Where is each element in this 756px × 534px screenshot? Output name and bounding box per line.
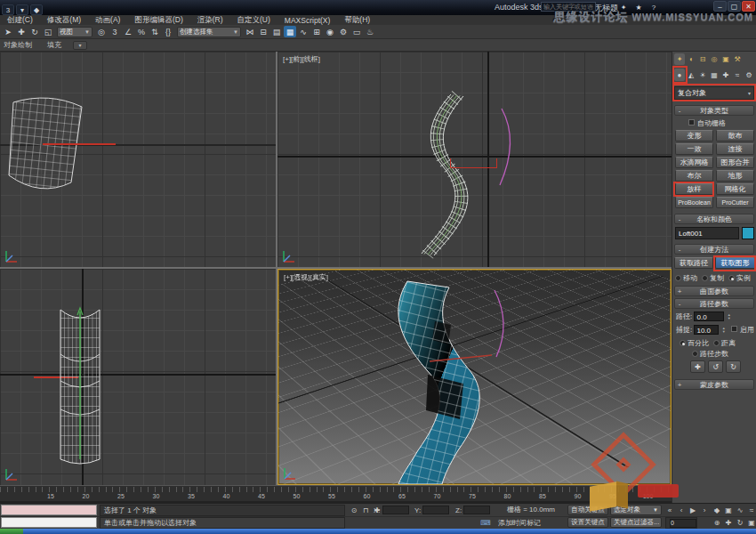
category-geometry-icon[interactable]: ● <box>674 69 685 81</box>
schematic-view-icon[interactable]: ⊞ <box>310 26 323 37</box>
radio-copy[interactable]: 复制 <box>702 274 724 282</box>
radio-percentage[interactable]: 百分比 <box>680 339 709 347</box>
loft-button[interactable]: 放样 <box>675 183 713 195</box>
layer-manager-icon[interactable]: ▤ <box>270 26 283 37</box>
snap-value-field[interactable]: 10.0 <box>694 325 719 335</box>
set-key-button[interactable]: 设置关键点 <box>567 517 608 528</box>
category-helpers-icon[interactable]: ✚ <box>720 69 731 81</box>
proboolean-button[interactable]: ProBoolean <box>675 197 713 208</box>
key-entry-icon[interactable]: ▣ <box>723 505 734 515</box>
path-steps-radio[interactable]: 路径步数 <box>692 349 728 359</box>
track-bar[interactable]: 1520253035404550556065707580859095100 <box>0 485 672 503</box>
rollout-creation-method[interactable]: -创建方法 <box>674 244 754 255</box>
tab-object-paint[interactable]: 对象绘制 <box>0 40 44 50</box>
boolean-button[interactable]: 布尔 <box>675 170 713 182</box>
material-editor-icon[interactable]: ◉ <box>324 26 336 37</box>
menu-item-2[interactable]: 修改器(M) <box>40 15 88 26</box>
zoom-icon[interactable]: ⊕ <box>712 517 722 528</box>
spinner-arrows[interactable]: ▲▼ <box>728 313 731 320</box>
category-lights-icon[interactable]: ☀ <box>697 69 708 81</box>
mini-curve-editor-icon[interactable]: ≈ <box>746 505 756 515</box>
rollout-surface-params[interactable]: +曲面参数 <box>674 286 754 296</box>
select-and-move-icon[interactable]: ✚ <box>15 26 28 37</box>
conform-button[interactable]: 一致 <box>675 143 713 155</box>
maxscript-mini-listener-white[interactable] <box>1 517 97 528</box>
menu-item-1[interactable]: 创建(C) <box>0 15 40 26</box>
select-and-rotate-icon[interactable]: ↻ <box>28 26 41 37</box>
keyboard-override-icon[interactable]: ⌨ <box>480 517 491 528</box>
viewport-label[interactable]: [+][前][线框] <box>283 54 320 64</box>
radio-move[interactable]: 移动 <box>675 274 697 282</box>
radio-instance[interactable]: 实例 <box>728 274 751 282</box>
current-frame-field[interactable] <box>665 517 697 529</box>
rollout-name-color[interactable]: -名称和颜色 <box>674 214 754 224</box>
viewport-left[interactable] <box>0 269 276 485</box>
play-icon[interactable]: ▶ <box>688 505 698 515</box>
rollout-path-params[interactable]: -路径参数 <box>674 298 754 309</box>
menu-item-6[interactable]: 自定义(U) <box>230 15 277 26</box>
tab-motion-icon[interactable]: ◎ <box>709 53 720 65</box>
menu-item-3[interactable]: 动画(A) <box>88 15 127 26</box>
previous-frame-icon[interactable]: ‹ <box>676 505 687 515</box>
connect-button[interactable]: 连接 <box>716 143 754 155</box>
y-coord-field[interactable] <box>422 506 449 514</box>
morph-button[interactable]: 变形 <box>675 130 713 142</box>
maximize-viewport-icon[interactable]: ▣ <box>746 517 756 528</box>
tab-modify-icon[interactable]: ◖ <box>686 53 696 65</box>
menu-item-7[interactable]: MAXScript(X) <box>277 16 337 25</box>
pan-icon[interactable]: ✚ <box>723 517 734 528</box>
percent-snap-icon[interactable]: % <box>135 26 148 37</box>
rollout-object-type[interactable]: -对象类型 <box>674 105 754 116</box>
mirror-icon[interactable]: ⋈ <box>244 26 256 37</box>
curve-editor-icon[interactable]: ∿ <box>297 26 310 37</box>
isolate-selection-icon[interactable]: ⊙ <box>349 505 359 515</box>
category-systems-icon[interactable]: ⚙ <box>744 69 754 81</box>
spinner-snap-icon[interactable]: ⇅ <box>149 26 161 37</box>
key-filter-set-dropdown[interactable]: 选定对象▼ <box>610 505 662 515</box>
app-icon[interactable]: 3 <box>2 4 14 15</box>
rendered-frame-icon[interactable]: ▭ <box>350 26 363 37</box>
path-value-field[interactable]: 0.0 <box>694 312 724 321</box>
shapemerge-button[interactable]: 图形合并 <box>716 157 754 168</box>
snap-toggle-3d-icon[interactable]: 3 <box>109 26 121 37</box>
object-name-field[interactable]: Loft001 <box>675 227 739 239</box>
menu-item-8[interactable]: 帮助(H) <box>337 15 377 26</box>
scatter-button[interactable]: 散布 <box>716 130 754 142</box>
angle-snap-icon[interactable]: ∠ <box>122 26 134 37</box>
tab-display-icon[interactable]: ▣ <box>720 53 731 65</box>
align-icon[interactable]: ⊟ <box>257 26 269 37</box>
quick-access-dropdown-icon[interactable]: ▾ <box>16 4 28 15</box>
reference-coordinate-dropdown[interactable]: 视图▼ <box>57 27 92 37</box>
autogrid-checkbox[interactable]: 自动栅格 <box>688 118 726 128</box>
new-key-icon[interactable]: ◆ <box>712 505 722 515</box>
mesher-button[interactable]: 网格化 <box>716 183 754 195</box>
menu-item-5[interactable]: 渲染(R) <box>190 15 230 26</box>
workspace-icon[interactable]: ◆ <box>30 4 43 15</box>
rollout-skin-params[interactable]: +蒙皮参数 <box>674 379 754 390</box>
tab-create-icon[interactable]: ✦ <box>674 53 685 65</box>
procutter-button[interactable]: ProCutter <box>716 197 754 208</box>
blobmesh-button[interactable]: 水滴网格 <box>675 157 713 168</box>
maxscript-mini-listener-pink[interactable] <box>1 505 97 515</box>
terrain-button[interactable]: 地形 <box>716 170 754 182</box>
next-shape-icon[interactable]: ↻ <box>726 360 741 373</box>
z-coord-field[interactable] <box>463 506 490 514</box>
render-production-icon[interactable]: ♨ <box>364 26 376 37</box>
tab-populate[interactable]: 填充 <box>44 40 73 50</box>
start-button[interactable] <box>0 529 23 534</box>
select-object-icon[interactable]: ➤ <box>2 26 14 37</box>
pick-shape-icon[interactable]: ✚ <box>690 360 705 373</box>
radio-distance[interactable]: 距离 <box>713 339 736 347</box>
selection-lock-icon[interactable]: ⊓ <box>360 505 371 515</box>
category-shapes-icon[interactable]: ◭ <box>686 69 696 81</box>
next-frame-icon[interactable]: › <box>699 505 710 515</box>
edit-named-sets-icon[interactable]: {} <box>162 26 174 37</box>
category-cameras-icon[interactable]: ▦ <box>709 69 720 81</box>
checkbox-icon[interactable] <box>731 326 737 332</box>
viewport-perspective-active[interactable]: [+][透视][真实] <box>277 269 672 485</box>
key-filters-button[interactable]: 关键点过滤器... <box>610 517 662 528</box>
tab-utilities-icon[interactable]: ⚒ <box>732 53 743 65</box>
spinner-arrows[interactable]: ▲▼ <box>722 327 726 334</box>
add-time-tag[interactable]: 添加时间标记 <box>495 518 550 528</box>
tab-hierarchy-icon[interactable]: ⊟ <box>697 53 708 65</box>
